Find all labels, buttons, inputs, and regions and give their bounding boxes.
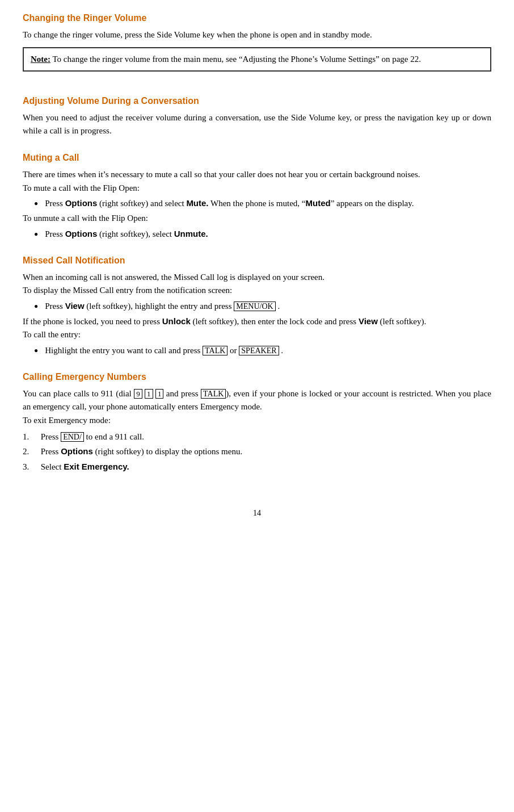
- heading-missed-call: Missed Call Notification: [23, 254, 491, 267]
- muted-display: Muted: [305, 198, 330, 208]
- list-item: Highlight the entry you want to call and…: [23, 344, 491, 357]
- emergency-para-1: You can place calls to 911 (dial 9 1 1 a…: [23, 387, 491, 414]
- digit-1b: 1: [155, 389, 164, 399]
- options-key-unmute: Options: [65, 229, 98, 238]
- heading-adjusting-volume: Adjusting Volume During a Conversation: [23, 94, 491, 108]
- step-2-num: 2.: [23, 445, 39, 458]
- note-box: Note: To change the ringer volume from t…: [23, 47, 491, 72]
- mute-bullet-text: Press Options (right softkey) and select…: [45, 197, 414, 210]
- talk-key-2: TALK: [201, 389, 226, 399]
- unmute-intro: To unmute a call with the Flip Open:: [23, 212, 491, 225]
- unmute-bullets: Press Options (right softkey), select Un…: [23, 228, 491, 241]
- call-intro: To call the entry:: [23, 328, 491, 341]
- talk-key-1: TALK: [203, 346, 227, 355]
- missed-call-display-text: Press View (left softkey), highlight the…: [45, 300, 280, 313]
- section-adjusting-volume: Adjusting Volume During a Conversation W…: [23, 94, 491, 138]
- section-changing-ringer-volume: Changing the Ringer Volume To change the…: [23, 11, 491, 81]
- missed-call-para-2: To display the Missed Call entry from th…: [23, 284, 491, 297]
- ringer-volume-para: To change the ringer volume, press the S…: [23, 28, 491, 41]
- heading-calling-emergency: Calling Emergency Numbers: [23, 370, 491, 384]
- mute-bullets: Press Options (right softkey) and select…: [23, 197, 491, 210]
- digit-1a: 1: [145, 389, 153, 399]
- muting-para-2: To mute a call with the Flip Open:: [23, 182, 491, 195]
- section-calling-emergency: Calling Emergency Numbers You can place …: [23, 370, 491, 473]
- list-item: 1. Press END/ to end a 911 call.: [23, 430, 491, 443]
- digit-9: 9: [134, 389, 142, 399]
- menu-ok-key: MENU/OK: [234, 302, 275, 311]
- note-text: To change the ringer volume from the mai…: [52, 55, 421, 64]
- exit-emergency-key: Exit Emergency.: [64, 462, 129, 471]
- step-3-num: 3.: [23, 461, 39, 474]
- muting-para-1: There are times when it’s necessary to m…: [23, 168, 491, 181]
- adjusting-volume-para: When you need to adjust the receiver vol…: [23, 111, 491, 138]
- section-muting-call: Muting a Call There are times when it’s …: [23, 151, 491, 240]
- view-key-1: View: [65, 301, 85, 311]
- options-key-emergency: Options: [61, 446, 93, 456]
- list-item: Press View (left softkey), highlight the…: [23, 300, 491, 313]
- page-number: 14: [23, 507, 491, 519]
- missed-call-display-bullets: Press View (left softkey), highlight the…: [23, 300, 491, 313]
- list-item: Press Options (right softkey), select Un…: [23, 228, 491, 241]
- view-key-2: View: [359, 316, 378, 326]
- list-item: Press Options (right softkey) and select…: [23, 197, 491, 210]
- end-key: END/: [61, 432, 84, 442]
- note-label: Note:: [31, 55, 50, 64]
- locked-text: If the phone is locked, you need to pres…: [23, 315, 491, 328]
- list-item: 3. Select Exit Emergency.: [23, 461, 491, 474]
- emergency-para-2: To exit Emergency mode:: [23, 414, 491, 427]
- unmute-bullet-text: Press Options (right softkey), select Un…: [45, 228, 208, 241]
- speaker-key-1: SPEAKER: [239, 346, 279, 355]
- heading-changing-ringer-volume: Changing the Ringer Volume: [23, 11, 491, 25]
- heading-muting-call: Muting a Call: [23, 151, 491, 165]
- missed-call-call-bullets: Highlight the entry you want to call and…: [23, 344, 491, 357]
- emergency-steps: 1. Press END/ to end a 911 call. 2. Pres…: [23, 430, 491, 474]
- unmute-key: Unmute.: [174, 229, 208, 238]
- unlock-key: Unlock: [162, 316, 191, 326]
- missed-call-para-1: When an incoming call is not answered, t…: [23, 271, 491, 284]
- section-missed-call: Missed Call Notification When an incomin…: [23, 254, 491, 357]
- step-1-num: 1.: [23, 430, 39, 443]
- options-key-mute: Options: [65, 198, 98, 208]
- mute-key: Mute.: [186, 198, 208, 208]
- list-item: 2. Press Options (right softkey) to disp…: [23, 445, 491, 458]
- call-bullet-text: Highlight the entry you want to call and…: [45, 344, 283, 357]
